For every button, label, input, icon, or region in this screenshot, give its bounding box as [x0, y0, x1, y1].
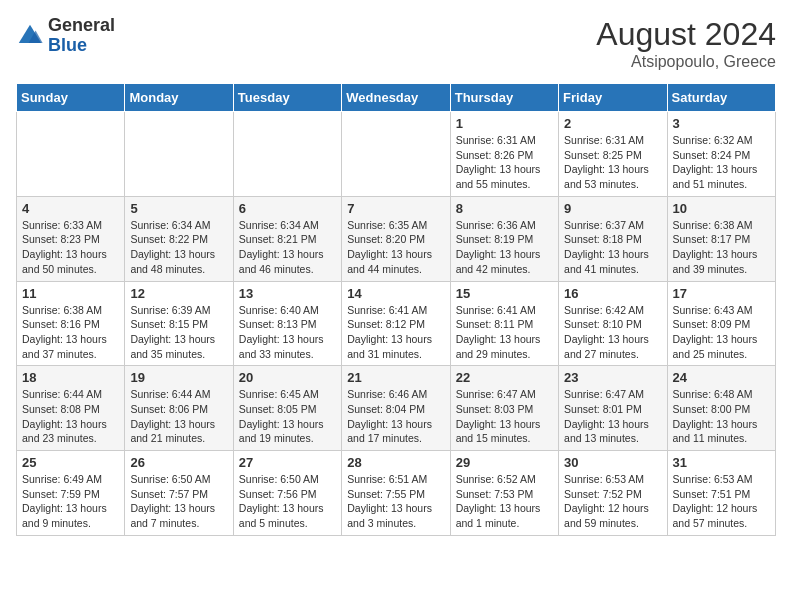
calendar-cell: 14Sunrise: 6:41 AM Sunset: 8:12 PM Dayli… — [342, 281, 450, 366]
day-number: 21 — [347, 370, 444, 385]
weekday-header-thursday: Thursday — [450, 84, 558, 112]
calendar-cell: 29Sunrise: 6:52 AM Sunset: 7:53 PM Dayli… — [450, 451, 558, 536]
day-number: 5 — [130, 201, 227, 216]
day-number: 24 — [673, 370, 770, 385]
weekday-header-monday: Monday — [125, 84, 233, 112]
calendar-cell: 11Sunrise: 6:38 AM Sunset: 8:16 PM Dayli… — [17, 281, 125, 366]
calendar-week-3: 11Sunrise: 6:38 AM Sunset: 8:16 PM Dayli… — [17, 281, 776, 366]
day-number: 10 — [673, 201, 770, 216]
weekday-header-wednesday: Wednesday — [342, 84, 450, 112]
calendar-cell: 16Sunrise: 6:42 AM Sunset: 8:10 PM Dayli… — [559, 281, 667, 366]
day-info: Sunrise: 6:52 AM Sunset: 7:53 PM Dayligh… — [456, 472, 553, 531]
day-number: 12 — [130, 286, 227, 301]
day-info: Sunrise: 6:38 AM Sunset: 8:17 PM Dayligh… — [673, 218, 770, 277]
calendar-cell: 23Sunrise: 6:47 AM Sunset: 8:01 PM Dayli… — [559, 366, 667, 451]
day-info: Sunrise: 6:43 AM Sunset: 8:09 PM Dayligh… — [673, 303, 770, 362]
day-info: Sunrise: 6:37 AM Sunset: 8:18 PM Dayligh… — [564, 218, 661, 277]
calendar-week-5: 25Sunrise: 6:49 AM Sunset: 7:59 PM Dayli… — [17, 451, 776, 536]
day-number: 23 — [564, 370, 661, 385]
calendar-cell: 17Sunrise: 6:43 AM Sunset: 8:09 PM Dayli… — [667, 281, 775, 366]
day-number: 13 — [239, 286, 336, 301]
calendar-week-1: 1Sunrise: 6:31 AM Sunset: 8:26 PM Daylig… — [17, 112, 776, 197]
day-number: 3 — [673, 116, 770, 131]
day-number: 11 — [22, 286, 119, 301]
day-number: 29 — [456, 455, 553, 470]
calendar-week-2: 4Sunrise: 6:33 AM Sunset: 8:23 PM Daylig… — [17, 196, 776, 281]
weekday-header-friday: Friday — [559, 84, 667, 112]
day-number: 28 — [347, 455, 444, 470]
day-info: Sunrise: 6:41 AM Sunset: 8:11 PM Dayligh… — [456, 303, 553, 362]
weekday-header-tuesday: Tuesday — [233, 84, 341, 112]
calendar-cell — [233, 112, 341, 197]
page-header: General Blue August 2024 Atsipopoulo, Gr… — [16, 16, 776, 71]
day-info: Sunrise: 6:38 AM Sunset: 8:16 PM Dayligh… — [22, 303, 119, 362]
calendar-week-4: 18Sunrise: 6:44 AM Sunset: 8:08 PM Dayli… — [17, 366, 776, 451]
day-info: Sunrise: 6:31 AM Sunset: 8:26 PM Dayligh… — [456, 133, 553, 192]
day-info: Sunrise: 6:48 AM Sunset: 8:00 PM Dayligh… — [673, 387, 770, 446]
calendar-cell — [125, 112, 233, 197]
calendar-cell: 13Sunrise: 6:40 AM Sunset: 8:13 PM Dayli… — [233, 281, 341, 366]
day-number: 4 — [22, 201, 119, 216]
day-number: 16 — [564, 286, 661, 301]
day-info: Sunrise: 6:44 AM Sunset: 8:06 PM Dayligh… — [130, 387, 227, 446]
calendar-cell: 25Sunrise: 6:49 AM Sunset: 7:59 PM Dayli… — [17, 451, 125, 536]
day-number: 18 — [22, 370, 119, 385]
day-info: Sunrise: 6:39 AM Sunset: 8:15 PM Dayligh… — [130, 303, 227, 362]
calendar-cell: 2Sunrise: 6:31 AM Sunset: 8:25 PM Daylig… — [559, 112, 667, 197]
day-info: Sunrise: 6:50 AM Sunset: 7:57 PM Dayligh… — [130, 472, 227, 531]
calendar-cell: 6Sunrise: 6:34 AM Sunset: 8:21 PM Daylig… — [233, 196, 341, 281]
day-info: Sunrise: 6:44 AM Sunset: 8:08 PM Dayligh… — [22, 387, 119, 446]
logo-blue: Blue — [48, 36, 115, 56]
day-info: Sunrise: 6:40 AM Sunset: 8:13 PM Dayligh… — [239, 303, 336, 362]
day-info: Sunrise: 6:47 AM Sunset: 8:03 PM Dayligh… — [456, 387, 553, 446]
calendar-cell: 30Sunrise: 6:53 AM Sunset: 7:52 PM Dayli… — [559, 451, 667, 536]
day-number: 2 — [564, 116, 661, 131]
calendar-cell: 18Sunrise: 6:44 AM Sunset: 8:08 PM Dayli… — [17, 366, 125, 451]
calendar-body: 1Sunrise: 6:31 AM Sunset: 8:26 PM Daylig… — [17, 112, 776, 536]
day-number: 17 — [673, 286, 770, 301]
day-info: Sunrise: 6:49 AM Sunset: 7:59 PM Dayligh… — [22, 472, 119, 531]
calendar-cell: 15Sunrise: 6:41 AM Sunset: 8:11 PM Dayli… — [450, 281, 558, 366]
day-number: 20 — [239, 370, 336, 385]
calendar-cell: 31Sunrise: 6:53 AM Sunset: 7:51 PM Dayli… — [667, 451, 775, 536]
day-info: Sunrise: 6:47 AM Sunset: 8:01 PM Dayligh… — [564, 387, 661, 446]
calendar-cell: 7Sunrise: 6:35 AM Sunset: 8:20 PM Daylig… — [342, 196, 450, 281]
day-number: 9 — [564, 201, 661, 216]
calendar-table: SundayMondayTuesdayWednesdayThursdayFrid… — [16, 83, 776, 536]
calendar-cell: 3Sunrise: 6:32 AM Sunset: 8:24 PM Daylig… — [667, 112, 775, 197]
calendar-cell: 24Sunrise: 6:48 AM Sunset: 8:00 PM Dayli… — [667, 366, 775, 451]
calendar-cell — [17, 112, 125, 197]
day-info: Sunrise: 6:36 AM Sunset: 8:19 PM Dayligh… — [456, 218, 553, 277]
day-info: Sunrise: 6:51 AM Sunset: 7:55 PM Dayligh… — [347, 472, 444, 531]
day-info: Sunrise: 6:42 AM Sunset: 8:10 PM Dayligh… — [564, 303, 661, 362]
calendar-cell: 22Sunrise: 6:47 AM Sunset: 8:03 PM Dayli… — [450, 366, 558, 451]
day-info: Sunrise: 6:35 AM Sunset: 8:20 PM Dayligh… — [347, 218, 444, 277]
day-number: 25 — [22, 455, 119, 470]
calendar-cell: 5Sunrise: 6:34 AM Sunset: 8:22 PM Daylig… — [125, 196, 233, 281]
day-number: 8 — [456, 201, 553, 216]
calendar-cell: 1Sunrise: 6:31 AM Sunset: 8:26 PM Daylig… — [450, 112, 558, 197]
calendar-cell: 27Sunrise: 6:50 AM Sunset: 7:56 PM Dayli… — [233, 451, 341, 536]
day-info: Sunrise: 6:32 AM Sunset: 8:24 PM Dayligh… — [673, 133, 770, 192]
day-info: Sunrise: 6:50 AM Sunset: 7:56 PM Dayligh… — [239, 472, 336, 531]
day-info: Sunrise: 6:33 AM Sunset: 8:23 PM Dayligh… — [22, 218, 119, 277]
logo-icon — [16, 22, 44, 50]
calendar-header: SundayMondayTuesdayWednesdayThursdayFrid… — [17, 84, 776, 112]
calendar-cell: 8Sunrise: 6:36 AM Sunset: 8:19 PM Daylig… — [450, 196, 558, 281]
calendar-cell — [342, 112, 450, 197]
day-info: Sunrise: 6:53 AM Sunset: 7:52 PM Dayligh… — [564, 472, 661, 531]
calendar-cell: 19Sunrise: 6:44 AM Sunset: 8:06 PM Dayli… — [125, 366, 233, 451]
day-number: 15 — [456, 286, 553, 301]
day-info: Sunrise: 6:46 AM Sunset: 8:04 PM Dayligh… — [347, 387, 444, 446]
weekday-header-saturday: Saturday — [667, 84, 775, 112]
calendar-cell: 9Sunrise: 6:37 AM Sunset: 8:18 PM Daylig… — [559, 196, 667, 281]
weekday-header-sunday: Sunday — [17, 84, 125, 112]
month-year: August 2024 — [596, 16, 776, 53]
calendar-cell: 12Sunrise: 6:39 AM Sunset: 8:15 PM Dayli… — [125, 281, 233, 366]
location: Atsipopoulo, Greece — [596, 53, 776, 71]
day-number: 22 — [456, 370, 553, 385]
logo-general: General — [48, 16, 115, 36]
day-number: 26 — [130, 455, 227, 470]
calendar-cell: 4Sunrise: 6:33 AM Sunset: 8:23 PM Daylig… — [17, 196, 125, 281]
day-number: 6 — [239, 201, 336, 216]
